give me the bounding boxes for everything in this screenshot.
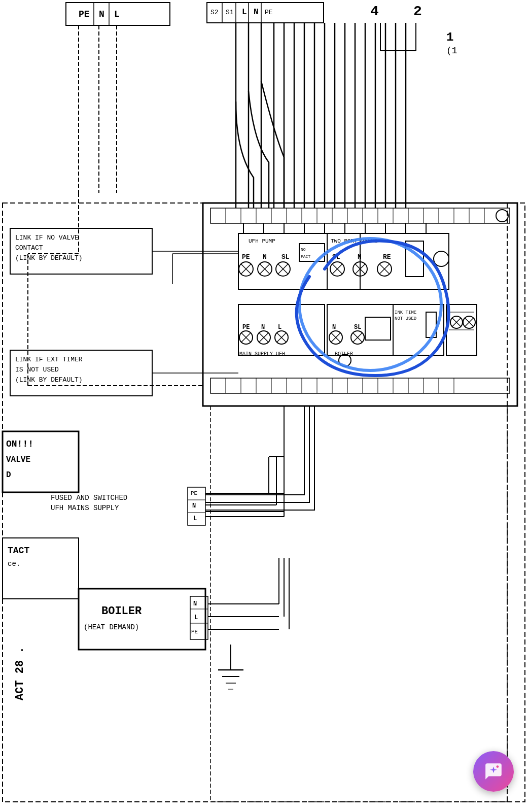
svg-text:S1: S1 [226,9,234,16]
svg-text:MAIN SUPPLY UFH: MAIN SUPPLY UFH [239,351,285,357]
svg-text:INK  TIME: INK TIME [395,310,416,315]
svg-text:1: 1 [446,30,453,44]
svg-text:N: N [254,8,259,17]
svg-text:(HEAT DEMAND): (HEAT DEMAND) [84,623,139,631]
svg-text:(LINK BY DEFAULT): (LINK BY DEFAULT) [15,376,83,384]
svg-text:UFH MAINS SUPPLY: UFH MAINS SUPPLY [51,504,119,512]
svg-text:PE: PE [242,324,250,331]
svg-text:N: N [332,324,336,331]
svg-text:L: L [114,9,120,19]
svg-text:FACT: FACT [301,254,310,259]
svg-text:L: L [278,324,281,331]
svg-text:PE: PE [242,253,250,261]
svg-text:ce.: ce. [8,560,20,568]
svg-text:L: L [194,614,198,621]
diagram-container: PE N L S2 S1 L N PE 4 2 1 (1 [0,0,529,812]
svg-text:SL: SL [354,324,361,331]
svg-text:BOILER: BOILER [101,605,142,618]
svg-text:N: N [192,502,196,510]
svg-text:LINK IF EXT TIMER: LINK IF EXT TIMER [15,356,83,363]
wiring-diagram: PE N L S2 S1 L N PE 4 2 1 (1 [0,0,529,812]
svg-point-234 [497,765,499,768]
svg-text:N: N [99,9,104,19]
svg-text:ACT 28 .: ACT 28 . [14,647,26,700]
svg-text:PE: PE [191,629,198,635]
svg-text:SL: SL [281,253,290,261]
chat-sparkle-icon [484,762,503,781]
svg-text:N: N [261,324,265,331]
svg-text:LINK IF NO VALVE: LINK IF NO VALVE [15,234,79,242]
svg-text:CONTACT: CONTACT [15,244,43,252]
svg-text:UFH PUMP: UFH PUMP [249,238,275,244]
svg-text:TACT: TACT [8,546,29,556]
svg-text:IS NOT USED: IS NOT USED [15,366,59,374]
svg-text:2: 2 [413,4,422,19]
svg-text:N: N [193,600,197,607]
svg-text:N: N [263,253,267,261]
svg-text:PE: PE [191,490,198,496]
svg-text:PE: PE [79,9,90,19]
svg-text:L: L [242,8,247,17]
svg-text:PE: PE [265,9,273,16]
svg-text:(LINK BY DEFAULT): (LINK BY DEFAULT) [15,254,83,262]
svg-text:NOT USED: NOT USED [395,316,416,321]
svg-text:(1: (1 [446,46,457,56]
svg-text:4: 4 [370,4,379,19]
svg-text:VALVE: VALVE [6,455,30,464]
svg-text:RE: RE [383,253,391,261]
svg-text:S2: S2 [210,9,219,16]
ai-chat-button[interactable] [473,751,514,792]
svg-text:L: L [193,515,197,522]
svg-text:D: D [6,470,11,480]
svg-text:FUSED AND SWITCHED: FUSED AND SWITCHED [51,494,127,502]
svg-text:ON!!!: ON!!! [6,439,33,449]
svg-text:NO: NO [301,247,306,252]
svg-text:N: N [358,253,362,261]
